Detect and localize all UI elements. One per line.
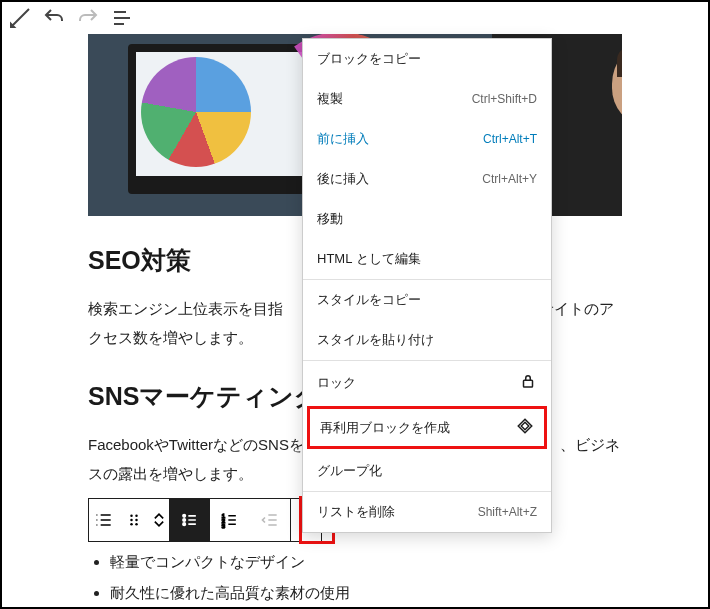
menu-move[interactable]: 移動 [303, 199, 551, 239]
menu-insert-after[interactable]: 後に挿入 Ctrl+Alt+Y [303, 159, 551, 199]
draw-tool-button[interactable] [8, 6, 32, 30]
outdent-button[interactable] [250, 499, 290, 541]
menu-label: HTML として編集 [317, 250, 421, 268]
redo-button[interactable] [76, 6, 100, 30]
dropdown-section: リストを削除 Shift+Alt+Z [303, 491, 551, 532]
menu-label: 再利用ブロックを作成 [320, 419, 450, 437]
text-fragment: FacebookやTwitterなどのSNSを [88, 436, 304, 453]
list-block-icon[interactable] [89, 499, 119, 541]
svg-rect-15 [524, 380, 533, 387]
menu-group[interactable]: グループ化 [303, 451, 551, 491]
svg-point-2 [130, 519, 133, 522]
feature-list[interactable]: 軽量でコンパクトなデザイン 耐久性に優れた高品質な素材の使用 操作性が優れたシン… [88, 548, 622, 609]
svg-point-3 [135, 519, 138, 522]
shortcut-text: Shift+Alt+Z [478, 505, 537, 519]
svg-point-7 [183, 519, 186, 522]
menu-edit-html[interactable]: HTML として編集 [303, 239, 551, 279]
dropdown-section: ブロックをコピー 複製 Ctrl+Shift+D 前に挿入 Ctrl+Alt+T… [303, 39, 551, 279]
svg-point-0 [130, 515, 133, 518]
block-toolbar: 123 [88, 498, 322, 542]
svg-point-1 [135, 515, 138, 518]
svg-text:3: 3 [222, 523, 225, 529]
text-fragment: 検索エンジン上位表示を目指 [88, 300, 283, 317]
list-item[interactable]: 軽量でコンパクトなデザイン [110, 548, 622, 577]
dropdown-section: スタイルをコピー スタイルを貼り付け [303, 279, 551, 360]
reusable-icon [516, 417, 534, 438]
svg-point-4 [130, 523, 133, 526]
svg-point-6 [183, 515, 186, 518]
menu-label: スタイルを貼り付け [317, 331, 434, 349]
menu-label: グループ化 [317, 462, 382, 480]
ordered-list-button[interactable]: 123 [210, 499, 250, 541]
bullet-list-button[interactable] [170, 499, 210, 541]
menu-copy-style[interactable]: スタイルをコピー [303, 280, 551, 320]
pie-chart-graphic [141, 57, 251, 167]
menu-duplicate[interactable]: 複製 Ctrl+Shift+D [303, 79, 551, 119]
menu-label: 前に挿入 [317, 130, 369, 148]
editor-top-toolbar [2, 2, 708, 34]
shortcut-text: Ctrl+Shift+D [472, 92, 537, 106]
menu-insert-before[interactable]: 前に挿入 Ctrl+Alt+T [303, 119, 551, 159]
list-item[interactable]: 耐久性に優れた高品質な素材の使用 [110, 579, 622, 608]
menu-copy-block[interactable]: ブロックをコピー [303, 39, 551, 79]
svg-point-5 [135, 523, 138, 526]
svg-point-8 [183, 523, 186, 526]
menu-paste-style[interactable]: スタイルを貼り付け [303, 320, 551, 360]
menu-label: ロック [317, 374, 356, 392]
undo-button[interactable] [42, 6, 66, 30]
menu-create-reusable-block[interactable]: 再利用ブロックを作成 [307, 406, 547, 449]
menu-label: 複製 [317, 90, 343, 108]
menu-remove-list[interactable]: リストを削除 Shift+Alt+Z [303, 492, 551, 532]
lock-icon [519, 372, 537, 393]
menu-label: 移動 [317, 210, 343, 228]
drag-handle[interactable] [119, 499, 149, 541]
dropdown-section: ロック 再利用ブロックを作成 グループ化 [303, 360, 551, 491]
shortcut-text: Ctrl+Alt+Y [482, 172, 537, 186]
menu-label: 後に挿入 [317, 170, 369, 188]
menu-label: リストを削除 [317, 503, 395, 521]
menu-label: ブロックをコピー [317, 50, 421, 68]
shortcut-text: Ctrl+Alt+T [483, 132, 537, 146]
menu-lock[interactable]: ロック [303, 361, 551, 404]
move-updown[interactable] [149, 499, 169, 541]
menu-label: スタイルをコピー [317, 291, 421, 309]
document-outline-button[interactable] [110, 6, 134, 30]
block-options-dropdown: ブロックをコピー 複製 Ctrl+Shift+D 前に挿入 Ctrl+Alt+T… [302, 38, 552, 533]
